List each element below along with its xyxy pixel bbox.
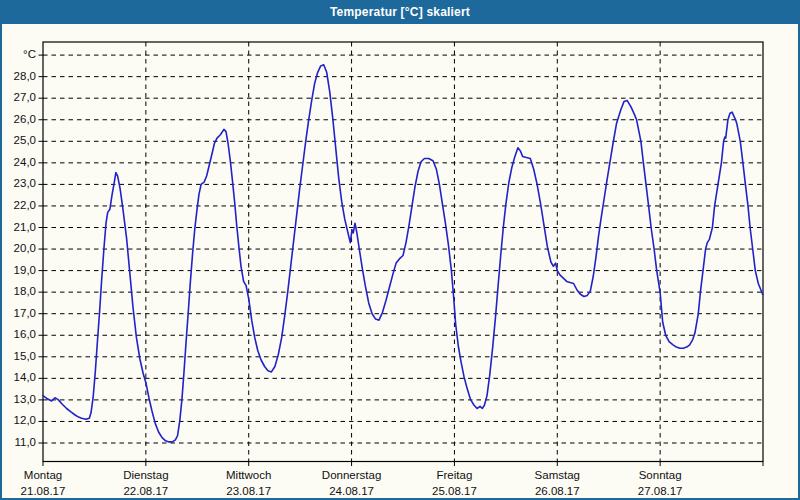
temperature-chart: 28,027,026,025,024,023,022,021,020,019,0… xyxy=(2,24,800,500)
chart-area: 28,027,026,025,024,023,022,021,020,019,0… xyxy=(2,24,798,498)
y-tick-label: 21,0 xyxy=(14,221,36,233)
x-day-name-label: Mittwoch xyxy=(226,469,271,481)
x-day-date-label: 26.08.17 xyxy=(535,485,580,497)
x-day-date-label: 21.08.17 xyxy=(21,485,66,497)
y-tick-label: 27,0 xyxy=(14,91,36,103)
x-day-name-label: Montag xyxy=(24,469,62,481)
y-tick-label: 11,0 xyxy=(14,436,36,448)
y-tick-label: 26,0 xyxy=(14,113,36,125)
x-day-name-label: Dienstag xyxy=(123,469,168,481)
y-axis-unit-label: °C xyxy=(23,48,36,60)
y-tick-label: 14,0 xyxy=(14,371,36,383)
y-tick-label: 28,0 xyxy=(14,70,36,82)
x-day-name-label: Sonntag xyxy=(639,469,682,481)
temperature-line xyxy=(43,65,763,442)
x-day-name-label: Freitag xyxy=(437,469,473,481)
x-day-date-label: 25.08.17 xyxy=(432,485,477,497)
y-tick-label: 24,0 xyxy=(14,156,36,168)
y-tick-label: 15,0 xyxy=(14,350,36,362)
y-tick-label: 17,0 xyxy=(14,307,36,319)
y-tick-label: 22,0 xyxy=(14,199,36,211)
y-tick-label: 16,0 xyxy=(14,328,36,340)
y-tick-label: 25,0 xyxy=(14,134,36,146)
y-tick-label: 18,0 xyxy=(14,285,36,297)
y-tick-label: 12,0 xyxy=(14,414,36,426)
y-tick-label: 20,0 xyxy=(14,242,36,254)
x-day-date-label: 23.08.17 xyxy=(226,485,271,497)
window-title: Temperatur [°C] skaliert xyxy=(330,5,470,19)
chart-window: Temperatur [°C] skaliert 28,027,026,025,… xyxy=(0,0,800,500)
x-day-name-label: Samstag xyxy=(535,469,580,481)
window-title-bar: Temperatur [°C] skaliert xyxy=(2,2,798,24)
y-tick-label: 19,0 xyxy=(14,264,36,276)
x-day-name-label: Donnerstag xyxy=(322,469,381,481)
y-tick-label: 13,0 xyxy=(14,393,36,405)
y-tick-label: 23,0 xyxy=(14,177,36,189)
x-day-date-label: 27.08.17 xyxy=(638,485,683,497)
x-day-date-label: 24.08.17 xyxy=(329,485,374,497)
x-day-date-label: 22.08.17 xyxy=(123,485,168,497)
